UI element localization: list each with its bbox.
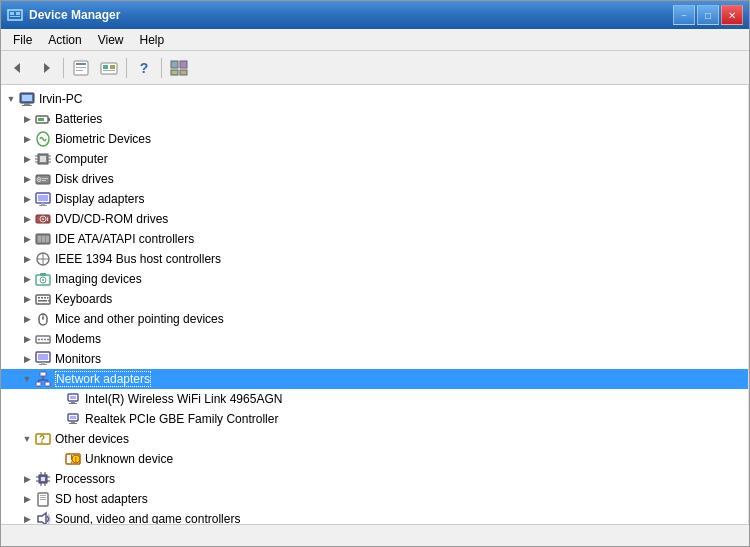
sound-icon	[35, 511, 51, 524]
dvd-label: DVD/CD-ROM drives	[55, 212, 168, 226]
tree-item-processors[interactable]: ▶ Processors	[1, 469, 748, 489]
expander-processors[interactable]: ▶	[19, 471, 35, 487]
expander-biometric[interactable]: ▶	[19, 131, 35, 147]
devices-button[interactable]	[166, 55, 192, 81]
tree-item-ieee[interactable]: ▶ IEEE 1394 Bus host controllers	[1, 249, 748, 269]
menu-action[interactable]: Action	[40, 31, 89, 49]
expander-root[interactable]: ▼	[3, 91, 19, 107]
wifi-label: Intel(R) Wireless WiFi Link 4965AGN	[85, 392, 282, 406]
svg-rect-57	[40, 273, 46, 276]
expander-display[interactable]: ▶	[19, 191, 35, 207]
disk-icon	[35, 171, 51, 187]
forward-button[interactable]	[33, 55, 59, 81]
tree-item-monitors[interactable]: ▶ Monitors	[1, 349, 748, 369]
tree-item-sdhost[interactable]: ▶ SD host adapters	[1, 489, 748, 509]
ethernet-label: Realtek PCIe GBE Family Controller	[85, 412, 278, 426]
expander-monitors[interactable]: ▶	[19, 351, 35, 367]
ieee-icon	[35, 251, 51, 267]
expander-other[interactable]: ▼	[19, 431, 35, 447]
svg-rect-46	[47, 217, 48, 221]
svg-rect-61	[44, 297, 46, 299]
ide-icon	[35, 231, 51, 247]
title-controls: − □ ✕	[673, 5, 743, 25]
svg-rect-64	[48, 300, 50, 302]
tree-item-modems[interactable]: ▶ Modems	[1, 329, 748, 349]
tree-item-other[interactable]: ▼ ? Other devices	[1, 429, 748, 449]
svg-point-69	[38, 339, 40, 341]
svg-rect-20	[24, 103, 30, 105]
title-bar: Device Manager − □ ✕	[1, 1, 749, 29]
menu-help[interactable]: Help	[132, 31, 173, 49]
tree-item-root[interactable]: ▼ Irvin-PC	[1, 89, 748, 109]
tree-item-batteries[interactable]: ▶ Batteries	[1, 109, 748, 129]
expander-sound[interactable]: ▶	[19, 511, 35, 524]
help-button[interactable]: ?	[131, 55, 157, 81]
svg-point-70	[41, 339, 43, 341]
view-properties-button[interactable]	[68, 55, 94, 81]
svg-rect-58	[36, 295, 50, 304]
tree-item-unknown[interactable]: ! ! Unknown device	[1, 449, 748, 469]
tree-item-ide[interactable]: ▶ IDE ATA/ATAPI controllers	[1, 229, 748, 249]
svg-rect-63	[38, 300, 47, 302]
tree-item-ethernet[interactable]: Realtek PCIe GBE Family Controller	[1, 409, 748, 429]
expander-disk[interactable]: ▶	[19, 171, 35, 187]
tree-item-sound[interactable]: ▶ Sound, video and game controllers	[1, 509, 748, 524]
svg-rect-109	[40, 495, 46, 496]
processor-icon	[35, 471, 51, 487]
svg-point-45	[42, 218, 44, 220]
expander-dvd[interactable]: ▶	[19, 211, 35, 227]
back-icon	[10, 60, 26, 76]
svg-rect-110	[40, 497, 46, 498]
expander-mice[interactable]: ▶	[19, 311, 35, 327]
title-bar-left: Device Manager	[7, 7, 120, 23]
expander-modems[interactable]: ▶	[19, 331, 35, 347]
tree-item-disk[interactable]: ▶ Disk drives	[1, 169, 748, 189]
menu-file[interactable]: File	[5, 31, 40, 49]
svg-rect-14	[171, 61, 178, 68]
tree-item-dvd[interactable]: ▶ DVD/CD-ROM drives	[1, 209, 748, 229]
expander-imaging[interactable]: ▶	[19, 271, 35, 287]
expander-computer[interactable]: ▶	[19, 151, 35, 167]
tree-item-wifi[interactable]: Intel(R) Wireless WiFi Link 4965AGN	[1, 389, 748, 409]
svg-rect-7	[76, 63, 86, 65]
svg-point-36	[38, 179, 40, 181]
tree-item-keyboards[interactable]: ▶ Keyboards	[1, 289, 748, 309]
other-icon: ?	[35, 431, 51, 447]
close-button[interactable]: ✕	[721, 5, 743, 25]
toolbar-separator-1	[63, 58, 64, 78]
svg-rect-86	[71, 401, 75, 403]
expander-network[interactable]: ▼	[19, 371, 35, 387]
tree-item-computer[interactable]: ▶ Computer	[1, 149, 748, 169]
expander-ide[interactable]: ▶	[19, 231, 35, 247]
update-driver-button[interactable]	[96, 55, 122, 81]
expander-batteries[interactable]: ▶	[19, 111, 35, 127]
computer-icon	[19, 91, 35, 107]
display-icon	[35, 191, 51, 207]
menu-view[interactable]: View	[90, 31, 132, 49]
monitors-label: Monitors	[55, 352, 101, 366]
tree-item-mice[interactable]: ▶ Mice and other pointing devices	[1, 309, 748, 329]
svg-rect-8	[76, 67, 86, 68]
tree-item-display[interactable]: ▶ Display adapters	[1, 189, 748, 209]
expander-ieee[interactable]: ▶	[19, 251, 35, 267]
svg-rect-19	[22, 95, 32, 101]
expander-keyboards[interactable]: ▶	[19, 291, 35, 307]
dvd-icon	[35, 211, 51, 227]
keyboard-icon	[35, 291, 51, 307]
imaging-label: Imaging devices	[55, 272, 142, 286]
toolbar: ?	[1, 51, 749, 85]
back-button[interactable]	[5, 55, 31, 81]
tree-item-network[interactable]: ▼ Network adapters	[1, 369, 748, 389]
disk-label: Disk drives	[55, 172, 114, 186]
svg-rect-85	[70, 396, 76, 399]
svg-rect-76	[39, 364, 47, 365]
maximize-button[interactable]: □	[697, 5, 719, 25]
tree-item-imaging[interactable]: ▶ Imaging devices	[1, 269, 748, 289]
tree-item-biometric[interactable]: ▶ Biometric Devices	[1, 129, 748, 149]
tree-panel[interactable]: ▼ Irvin-PC ▶	[1, 85, 749, 524]
minimize-button[interactable]: −	[673, 5, 695, 25]
svg-rect-89	[70, 416, 76, 419]
chip-icon	[35, 151, 51, 167]
expander-sdhost[interactable]: ▶	[19, 491, 35, 507]
other-label: Other devices	[55, 432, 129, 446]
